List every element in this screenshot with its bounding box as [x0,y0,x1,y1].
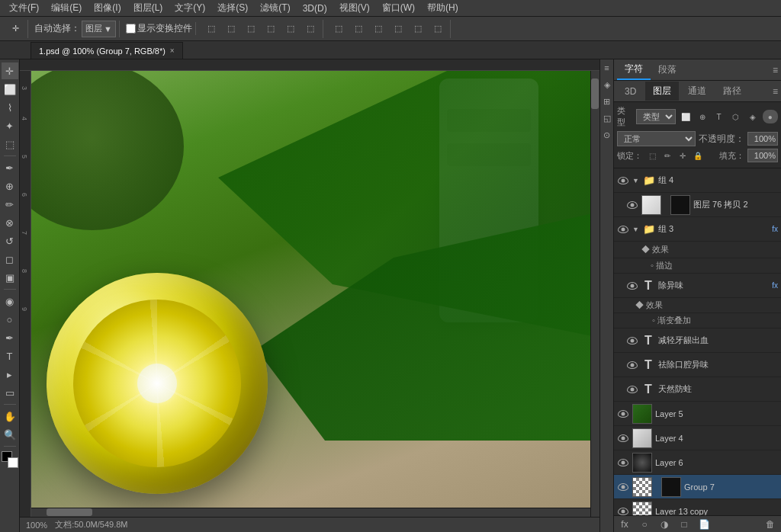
side-icon-2[interactable]: ◈ [602,79,612,90]
lock-all-btn[interactable]: 🔒 [691,149,705,162]
visibility-group7[interactable] [617,481,629,493]
layer-item-gradient-overlay[interactable]: ◦ 渐变叠加 [614,313,781,328]
document-tab[interactable]: 1.psd @ 100% (Group 7, RGB/8*) × [31,42,183,59]
menu-layer[interactable]: 图层(L) [127,0,169,16]
visibility-76copy2[interactable] [626,199,638,211]
visibility-tianran[interactable] [626,383,638,396]
menu-3d[interactable]: 3D(D) [297,2,333,15]
tab-3d[interactable]: 3D [617,83,644,100]
layer-item-text-chuyiwei[interactable]: T 除异味 fx [614,274,781,298]
layer-item-effects3[interactable]: ◆ 效果 [614,242,781,258]
menu-help[interactable]: 帮助(H) [421,0,464,16]
visibility-layer4[interactable] [617,432,629,444]
menu-type[interactable]: 文字(Y) [169,0,211,16]
dist-center-v-btn[interactable]: ⬚ [409,20,427,38]
menu-edit[interactable]: 编辑(E) [45,0,88,16]
layer-type-filter[interactable]: 类型 [636,109,676,124]
menu-filter[interactable]: 滤镜(T) [254,0,296,16]
layer-item-effects-text[interactable]: ◆ 效果 [614,298,781,313]
canvas-area[interactable] [31,71,599,517]
tab-channels[interactable]: 通道 [680,82,714,101]
align-right-btn[interactable]: ⬚ [242,20,260,38]
align-left-btn[interactable]: ⬚ [202,20,220,38]
align-bottom-btn[interactable]: ⬚ [301,20,320,38]
tool-history-brush[interactable]: ↺ [2,232,18,249]
align-top-btn[interactable]: ⬚ [262,20,280,38]
menu-image[interactable]: 图像(I) [88,0,127,16]
layer-item-text-tianran[interactable]: T 天然防蛀 [614,377,781,402]
scrollbar-thumb-v[interactable] [591,79,599,109]
add-layer-style-btn[interactable]: fx [617,517,632,532]
menu-view[interactable]: 视图(V) [333,0,376,16]
tab-layers[interactable]: 图层 [645,82,679,101]
menu-window[interactable]: 窗口(W) [376,0,421,16]
tool-pen[interactable]: ✒ [2,329,18,346]
tool-type[interactable]: T [2,348,18,364]
lock-position-btn[interactable]: ✛ [676,149,689,162]
lock-paint-btn[interactable]: ✏ [660,149,674,162]
dist-right-btn[interactable]: ⬚ [369,20,387,38]
opacity-input[interactable] [747,132,778,146]
show-transform-checkbox[interactable] [126,24,136,34]
tool-blur[interactable]: ◉ [2,293,18,309]
tab-character[interactable]: 字符 [617,59,651,80]
visibility-layer13copy[interactable] [617,505,629,516]
align-center-v-btn[interactable]: ⬚ [281,20,300,38]
tool-hand[interactable]: ✋ [2,408,18,425]
move-tool-button[interactable]: ✛ [6,20,24,38]
tool-path-select[interactable]: ▸ [2,366,18,383]
visibility-layer6[interactable] [617,457,629,469]
tool-dodge[interactable]: ○ [2,311,18,328]
filter-shape-btn[interactable]: ⬡ [729,110,743,123]
menu-select[interactable]: 选择(S) [211,0,254,16]
layer-filter-toggle[interactable]: ● [763,110,779,123]
side-icon-1[interactable]: ≡ [602,62,612,73]
layer-item-text-xichu[interactable]: T 祛除口腔异味 [614,353,781,377]
layer-item-layer13copy[interactable]: Layer 13 copy [614,499,781,515]
visibility-jianqin[interactable] [626,335,638,347]
tab-paragraph[interactable]: 段落 [651,60,684,79]
vertical-scrollbar[interactable] [590,71,599,517]
side-icon-3[interactable]: ⊞ [602,96,612,107]
new-fill-adj-btn[interactable]: ◑ [657,517,672,532]
tool-heal[interactable]: ⊕ [2,178,18,194]
layer-item-text-jianqin[interactable]: T 减轻牙龈出血 [614,328,781,353]
lock-transparent-btn[interactable]: ⬚ [645,149,659,162]
dist-bottom-btn[interactable]: ⬚ [429,20,447,38]
layer-item-group4[interactable]: ▼ 📁 组 4 [614,168,781,193]
add-mask-btn[interactable]: ○ [637,517,652,532]
menu-file[interactable]: 文件(F) [3,0,45,16]
new-group-btn[interactable]: □ [677,517,692,532]
new-layer-btn[interactable]: 📄 [696,517,712,532]
blend-mode-dropdown[interactable]: 正常 [617,131,696,146]
visibility-group4[interactable] [617,175,629,187]
filter-smart-btn[interactable]: ◈ [746,110,760,123]
layer-item-layer4[interactable]: Layer 4 [614,426,781,450]
delete-layer-btn[interactable]: 🗑 [763,517,778,532]
layer-item-group7[interactable]: Group 7 [614,475,781,499]
dist-center-h-btn[interactable]: ⬚ [349,20,368,38]
horizontal-scrollbar[interactable] [31,508,590,517]
tool-move[interactable]: ✛ [2,62,18,79]
filter-adj-btn[interactable]: ⊕ [696,110,709,123]
tool-zoom[interactable]: 🔍 [2,426,18,443]
layers-panel-menu[interactable]: ≡ [773,86,778,97]
layer-item-76copy2[interactable]: 图层 76 拷贝 2 [614,193,781,217]
tab-close-btn[interactable]: × [170,46,175,55]
tool-clone[interactable]: ⊗ [2,214,18,231]
layer-item-layer6[interactable]: Layer 6 [614,450,781,475]
visibility-xichu[interactable] [626,359,638,371]
tool-eraser[interactable]: ◻ [2,251,18,268]
side-icon-4[interactable]: ◱ [602,113,612,123]
tool-gradient[interactable]: ▣ [2,269,18,286]
side-icon-5[interactable]: ⊙ [602,130,612,140]
layer-dropdown[interactable]: 图层 ▼ [82,21,116,37]
layer-item-layer5[interactable]: Layer 5 [614,402,781,426]
align-center-h-btn[interactable]: ⬚ [222,20,240,38]
tool-lasso[interactable]: ⌇ [2,99,18,116]
visibility-group3[interactable] [617,223,629,236]
tool-marquee[interactable]: ⬜ [2,81,18,98]
char-panel-menu[interactable]: ≡ [773,65,778,75]
filter-pixel-btn[interactable]: ⬜ [679,110,693,123]
visibility-layer5[interactable] [617,408,629,420]
